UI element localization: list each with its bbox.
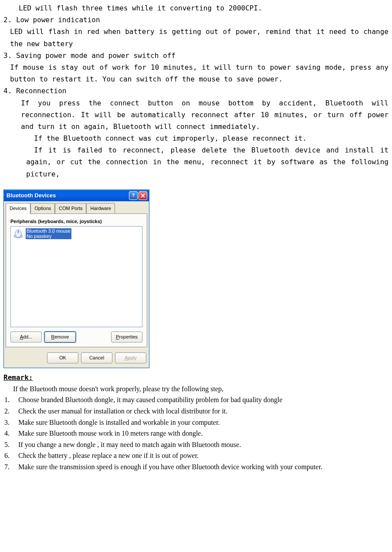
tab-options[interactable]: Options: [30, 203, 55, 213]
remark-item-number: 7.: [3, 461, 17, 473]
remark-item-number: 1.: [3, 394, 17, 406]
remark-item-text: Make sure Bluetooth dongle is installed …: [17, 417, 389, 428]
help-button[interactable]: ?: [129, 191, 138, 200]
remark-item: 3.Make sure Bluetooth dongle is installe…: [3, 417, 389, 428]
remark-item: 6.Check the battery , please replace a n…: [3, 450, 389, 461]
item-3-body: If mouse is stay out of work for 10 minu…: [3, 61, 389, 85]
remark-item-number: 5.: [3, 439, 17, 450]
item-4-title: 4. Reconnection: [3, 85, 389, 97]
close-icon: [141, 193, 145, 198]
remark-item-text: If you change a new dongle , it may need…: [17, 439, 389, 450]
item-4-body-3: If it is failed to reconnect, please del…: [3, 144, 389, 180]
remark-item-text: Make sure Bluetooth mouse work in 10 met…: [17, 428, 389, 439]
item-3-title: 3. Saving power mode and power switch of…: [3, 50, 389, 61]
device-subtext: No passkey: [26, 234, 71, 239]
remark-item-number: 2.: [3, 406, 17, 417]
svg-rect-3: [18, 231, 19, 233]
item-2-title: 2. Low power indication: [3, 14, 389, 26]
remark-item-number: 3.: [3, 417, 17, 428]
tab-devices[interactable]: Devices: [6, 203, 30, 214]
remark-item: 2.Check the user manual for installation…: [3, 406, 389, 417]
item-4-body-1: If you press the connect button on mouse…: [3, 97, 389, 133]
item-4-body-2: If the Bluetooth connect was cut imprope…: [3, 132, 389, 144]
tab-hardware[interactable]: Hardware: [86, 203, 115, 213]
remark-list: 1.Choose branded Bluetooth dongle, it ma…: [3, 394, 389, 472]
body-line: LED will flash three times while it conv…: [3, 2, 389, 14]
apply-button[interactable]: Apply: [115, 352, 146, 363]
remark-item: 1.Choose branded Bluetooth dongle, it ma…: [3, 394, 389, 406]
remark-item-text: Choose branded Bluetooth dongle, it may …: [17, 394, 389, 406]
add-button[interactable]: Add...: [10, 332, 42, 342]
remark-item-text: Check the battery , please replace a new…: [17, 450, 389, 461]
item-2-body: LED will flash in red when battery is ge…: [3, 26, 389, 49]
remove-button[interactable]: Remove: [44, 332, 76, 342]
tab-strip: Devices Options COM Ports Hardware: [4, 201, 149, 213]
close-button[interactable]: [139, 191, 147, 200]
mouse-icon: [13, 228, 24, 239]
bluetooth-devices-dialog: Bluetooth Devices ? Devices Options COM …: [3, 190, 149, 368]
cancel-button[interactable]: Cancel: [81, 352, 112, 363]
dialog-bottom-buttons: OK Cancel Apply: [4, 349, 149, 368]
remark-item-number: 6.: [3, 450, 17, 461]
device-name: Bluetooth 3.0 mouse: [26, 228, 71, 234]
titlebar[interactable]: Bluetooth Devices ?: [4, 190, 149, 201]
ok-button[interactable]: OK: [47, 352, 78, 363]
remark-item: 7.Make sure the transmission speed is en…: [3, 461, 389, 473]
remark-item: 4.Make sure Bluetooth mouse work in 10 m…: [3, 428, 389, 439]
device-list[interactable]: Bluetooth 3.0 mouse No passkey: [10, 226, 142, 327]
device-row-mouse[interactable]: Bluetooth 3.0 mouse No passkey: [12, 227, 141, 240]
remark-item: 5.If you change a new dongle , it may ne…: [3, 439, 389, 450]
remark-item-text: Make sure the transmission speed is enou…: [17, 461, 389, 473]
remark-intro: If the Bluetooth mouse doesn't work prop…: [3, 383, 389, 395]
remark-heading: Remark:: [3, 372, 389, 383]
remark-item-number: 4.: [3, 428, 17, 439]
remark-item-text: Check the user manual for installation o…: [17, 406, 389, 417]
group-label-peripherals: Peripherals (keyboards, mice, joysticks): [10, 217, 142, 226]
properties-button[interactable]: Properties: [111, 332, 142, 342]
devices-panel: Peripherals (keyboards, mice, joysticks)…: [6, 213, 147, 347]
tab-com-ports[interactable]: COM Ports: [55, 203, 86, 213]
window-title: Bluetooth Devices: [7, 191, 128, 200]
